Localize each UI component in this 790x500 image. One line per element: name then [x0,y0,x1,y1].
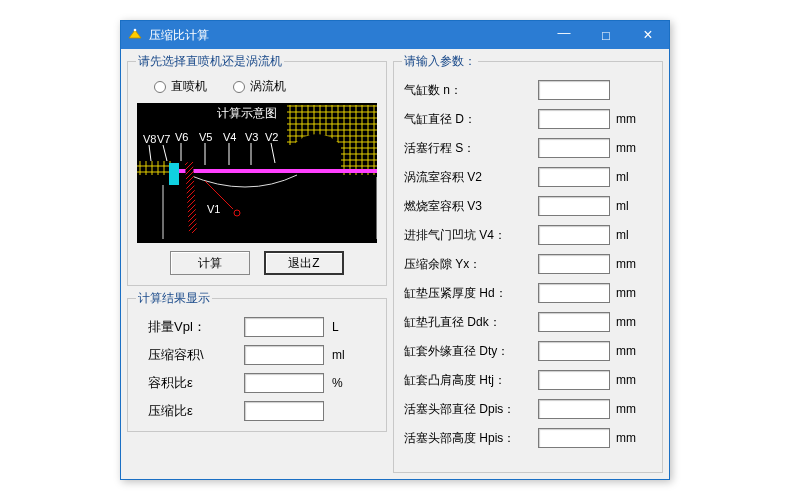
params-group: 请输入参数： 气缸数 n： 气缸直径 D： mm 活塞行程 S： mm 涡流室容… [393,53,663,473]
param-n-input[interactable] [538,80,610,100]
radio-swirl-text: 涡流机 [250,78,286,95]
action-buttons-row: 计算 退出Z [136,243,378,277]
svg-rect-5 [169,163,179,185]
results-group: 计算结果显示 排量Vpl： L 压缩容积\ ml 容积比ε % 压缩比ε [127,290,387,432]
result-unit: L [332,320,362,334]
titlebar: 压缩比计算 — □ × [121,21,669,49]
svg-line-22 [271,143,275,163]
param-label: 活塞行程 S： [404,140,532,157]
calc-diagram: 计算示意图 [137,103,377,243]
param-unit: mm [616,257,640,271]
result-unit: % [332,376,362,390]
param-label: 缸套凸肩高度 Htj： [404,372,532,389]
param-unit: ml [616,199,640,213]
param-label: 缸套外缘直径 Dty： [404,343,532,360]
radio-direct[interactable] [154,81,166,93]
param-v2-input[interactable] [538,167,610,187]
client-area: 请先选择直喷机还是涡流机 直喷机 涡流机 计算示意图 [121,49,669,479]
param-hd-input[interactable] [538,283,610,303]
left-column: 请先选择直喷机还是涡流机 直喷机 涡流机 计算示意图 [127,53,387,473]
svg-text:V6: V6 [175,131,188,143]
param-label: 缸垫孔直径 Ddk： [404,314,532,331]
exit-button[interactable]: 退出Z [264,251,344,275]
param-dty-input[interactable] [538,341,610,361]
radio-swirl[interactable] [233,81,245,93]
svg-line-17 [163,145,167,161]
minimize-button[interactable]: — [543,21,585,49]
results-legend: 计算结果显示 [136,290,212,307]
param-unit: mm [616,315,640,329]
diagram-title: 计算示意图 [217,105,277,122]
param-unit: ml [616,228,640,242]
app-icon [127,27,143,43]
param-yx-input[interactable] [538,254,610,274]
svg-text:V1: V1 [207,203,220,215]
app-window: 压缩比计算 — □ × 请先选择直喷机还是涡流机 直喷机 涡流机 [120,20,670,480]
result-volratio-input[interactable] [244,373,324,393]
result-label: 压缩容积\ [148,346,236,364]
param-unit: mm [616,373,640,387]
result-label: 容积比ε [148,374,236,392]
radio-direct-text: 直喷机 [171,78,207,95]
param-unit: mm [616,431,640,445]
radio-direct-label[interactable]: 直喷机 [154,78,207,95]
svg-text:V5: V5 [199,131,212,143]
params-legend: 请输入参数： [402,53,478,70]
param-hpis-input[interactable] [538,428,610,448]
window-title: 压缩比计算 [149,27,543,44]
param-label: 气缸数 n： [404,82,532,99]
param-htj-input[interactable] [538,370,610,390]
param-s-input[interactable] [538,138,610,158]
result-unit: ml [332,348,362,362]
svg-text:V8: V8 [143,133,156,145]
param-label: 活塞头部直径 Dpis： [404,401,532,418]
engine-type-radios: 直喷机 涡流机 [136,76,378,99]
result-vpl-input[interactable] [244,317,324,337]
results-grid: 排量Vpl： L 压缩容积\ ml 容积比ε % 压缩比ε [136,313,378,423]
param-unit: ml [616,170,640,184]
engine-type-group: 请先选择直喷机还是涡流机 直喷机 涡流机 计算示意图 [127,53,387,286]
result-compvol-input[interactable] [244,345,324,365]
param-unit: mm [616,112,640,126]
svg-text:V4: V4 [223,131,236,143]
calculate-button[interactable]: 计算 [170,251,250,275]
svg-line-16 [149,145,151,161]
param-label: 活塞头部高度 Hpis： [404,430,532,447]
svg-rect-3 [137,161,173,175]
svg-text:V3: V3 [245,131,258,143]
params-grid: 气缸数 n： 气缸直径 D： mm 活塞行程 S： mm 涡流室容积 V2 ml… [402,76,654,452]
svg-text:V7: V7 [157,133,170,145]
param-label: 压缩余隙 Yx： [404,256,532,273]
param-dpis-input[interactable] [538,399,610,419]
param-v3-input[interactable] [538,196,610,216]
param-v4-input[interactable] [538,225,610,245]
param-label: 进排气门凹坑 V4： [404,227,532,244]
param-unit: mm [616,402,640,416]
param-label: 涡流室容积 V2 [404,169,532,186]
param-label: 燃烧室容积 V3 [404,198,532,215]
svg-point-0 [134,29,137,32]
param-unit: mm [616,286,640,300]
param-ddk-input[interactable] [538,312,610,332]
param-label: 缸垫压紧厚度 Hd： [404,285,532,302]
param-unit: mm [616,344,640,358]
result-label: 压缩比ε [148,402,236,420]
param-d-input[interactable] [538,109,610,129]
result-label: 排量Vpl： [148,318,236,336]
svg-point-6 [234,210,240,216]
close-button[interactable]: × [627,21,669,49]
param-unit: mm [616,141,640,155]
svg-text:V2: V2 [265,131,278,143]
right-column: 请输入参数： 气缸数 n： 气缸直径 D： mm 活塞行程 S： mm 涡流室容… [393,53,663,473]
maximize-button[interactable]: □ [585,21,627,49]
engine-type-legend: 请先选择直喷机还是涡流机 [136,53,284,70]
param-label: 气缸直径 D： [404,111,532,128]
radio-swirl-label[interactable]: 涡流机 [233,78,286,95]
result-compratio-input[interactable] [244,401,324,421]
